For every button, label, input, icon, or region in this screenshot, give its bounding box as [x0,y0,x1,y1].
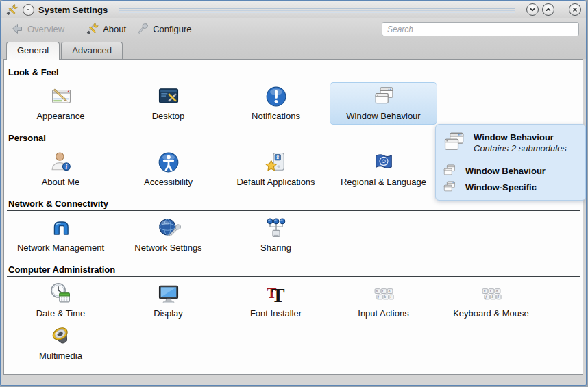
module-notifications[interactable]: Notifications [222,82,330,125]
svg-text:i: i [65,163,67,171]
module-label: Display [154,308,183,319]
about-button[interactable]: About [82,20,130,38]
sections-container: Look & FeelAppearanceDesktopNotification… [7,67,580,364]
window-behaviour-icon [440,129,467,155]
popup-divider [443,160,579,160]
section-divider [7,276,580,277]
svg-text:T: T [271,284,285,306]
module-label: Default Applications [236,177,315,187]
popup-subtitle: Contains 2 submodules [474,143,567,153]
module-network-management[interactable]: Network Management [7,214,114,256]
module-multimedia[interactable]: Multimedia [7,322,114,364]
chevron-down-icon [529,6,536,13]
titlebar-stripes [119,8,515,13]
module-label: Network Settings [134,242,201,253]
module-keyboard-mouse[interactable]: uiojklKeyboard & Mouse [437,279,545,322]
search-input[interactable] [382,22,579,36]
system-settings-window: System Settings Overview About Configure… [0,0,587,386]
multimedia-icon [49,324,73,349]
module-label: Network Management [17,242,104,253]
overview-label: Overview [27,24,64,34]
module-date-time[interactable]: Date & Time [7,279,114,322]
module-input-actions[interactable]: uiojklInput Actions [330,279,437,322]
module-default-applications[interactable]: 8Default Applications [222,148,330,190]
module-label: Accessibility [144,177,193,187]
about-me-icon: i [49,150,73,175]
configure-wrench-icon [136,22,149,36]
module-display[interactable]: Display [114,279,222,322]
module-grid: Network ManagementNetwork SettingsSharin… [7,214,580,256]
module-label: Date & Time [36,308,86,319]
module-desktop[interactable]: Desktop [114,82,222,125]
close-button[interactable] [569,3,581,16]
window-behaviour-icon [441,163,457,178]
module-grid: AppearanceDesktopNotificationsWindow Beh… [7,82,580,125]
section-computer-administration: Computer AdministrationDate & TimeDispla… [7,264,580,364]
tab-bar: General Advanced [1,39,586,59]
window-behaviour-icon [441,179,457,195]
maximize-button[interactable] [542,3,554,16]
submodule-label: Window-Specific [465,182,537,192]
about-tools-icon [86,22,99,36]
appearance-icon [49,84,73,109]
window-menu-icon[interactable] [23,4,34,16]
module-tooltip-popup: Window Behaviour Contains 2 submodules W… [435,124,586,201]
desktop-icon [156,84,181,109]
date-time-icon [49,282,73,306]
section-divider [7,79,580,79]
network-management-icon [49,216,73,240]
module-label: Sharing [260,242,291,253]
module-accessibility[interactable]: Accessibility [114,148,222,190]
keyboard-icon: uiojkl [479,282,504,306]
module-label: Appearance [36,111,84,121]
overview-button[interactable]: Overview [6,20,69,38]
svg-text:8: 8 [276,155,279,160]
module-label: Keyboard & Mouse [453,308,529,319]
accessibility-icon [156,150,181,175]
module-font-installer[interactable]: TTFont Installer [222,279,330,322]
configure-button[interactable]: Configure [132,20,195,38]
sharing-icon [264,216,289,240]
window-controls [526,3,581,16]
module-grid: Date & TimeDisplayTTFont Installeruiojkl… [7,279,580,364]
section-divider [7,210,580,211]
module-label: About Me [42,177,80,187]
tools-icon [5,3,19,16]
module-about-me[interactable]: iAbout Me [7,148,114,190]
module-network-settings[interactable]: Network Settings [114,214,222,256]
network-settings-icon [156,216,181,240]
notifications-icon [264,84,289,109]
popup-header: Window Behaviour Contains 2 submodules [440,129,579,155]
back-arrow-icon [10,22,24,36]
module-label: Input Actions [358,308,408,319]
module-window-behaviour[interactable]: Window Behaviour [330,82,437,125]
close-icon [572,6,578,13]
about-label: About [103,24,126,34]
submodule-window-specific[interactable]: Window-Specific [440,179,579,195]
section-network-connectivity: Network & ConnectivityNetwork Management… [7,199,580,256]
module-label: Multimedia [39,351,82,361]
module-regional-language[interactable]: Regional & Language [330,148,437,190]
section-title: Computer Administration [7,264,580,275]
module-label: Regional & Language [341,177,426,187]
submodule-label: Window Behaviour [465,166,546,176]
keyboard-icon: uiojkl [371,282,396,306]
toolbar: Overview About Configure [1,18,586,39]
module-appearance[interactable]: Appearance [7,82,114,125]
chevron-up-icon [545,6,552,13]
minimize-button[interactable] [526,3,539,16]
module-sharing[interactable]: Sharing [222,214,330,256]
window-behaviour-icon [371,84,396,109]
tab-advanced[interactable]: Advanced [61,42,123,59]
submodule-window-behaviour[interactable]: Window Behaviour [440,162,579,179]
module-label: Font Installer [250,308,302,319]
settings-module-list: Look & FeelAppearanceDesktopNotification… [3,59,583,375]
toolbar-separator [75,23,75,35]
configure-label: Configure [153,24,191,34]
titlebar: System Settings [1,1,586,18]
module-label: Desktop [152,111,185,121]
tab-general[interactable]: General [6,42,60,60]
default-applications-icon: 8 [264,150,289,175]
module-label: Notifications [252,111,300,121]
regional-language-icon [371,150,396,175]
